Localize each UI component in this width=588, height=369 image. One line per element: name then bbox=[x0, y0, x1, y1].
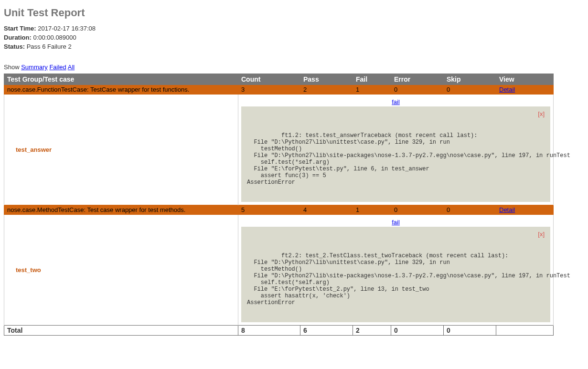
group-skip: 0 bbox=[444, 85, 496, 95]
traceback-text: ft1.2: test.test_answerTraceback (most r… bbox=[247, 132, 570, 186]
meta-status: Status: Pass 6 Failure 2 bbox=[4, 43, 584, 50]
group-pass: 2 bbox=[300, 85, 353, 95]
traceback-text: ft2.2: test_2.TestClass.test_twoTracebac… bbox=[247, 253, 570, 306]
case-fail-link[interactable]: fail bbox=[392, 219, 400, 226]
total-skip: 0 bbox=[444, 326, 496, 336]
total-count: 8 bbox=[238, 326, 300, 336]
header-name: Test Group/Test case bbox=[4, 74, 238, 85]
total-fail: 2 bbox=[353, 326, 391, 336]
group-skip: 0 bbox=[444, 205, 496, 215]
case-name: test_answer bbox=[4, 95, 238, 205]
group-fail: 1 bbox=[353, 205, 391, 215]
table-header-row: Test Group/Test case Count Pass Fail Err… bbox=[4, 74, 554, 85]
meta-start-time: Start Time: 2017-02-17 16:37:08 bbox=[4, 25, 584, 32]
group-detail-link[interactable]: Detail bbox=[499, 86, 515, 93]
page-title: Unit Test Report bbox=[4, 4, 584, 19]
case-fail-link[interactable]: fail bbox=[392, 98, 400, 105]
group-name: nose.case.MethodTestCase: Test case wrap… bbox=[4, 205, 238, 215]
header-count: Count bbox=[238, 74, 300, 85]
group-fail: 1 bbox=[353, 85, 391, 95]
traceback-panel: [x]ft1.2: test.test_answerTraceback (mos… bbox=[241, 106, 550, 202]
show-all-link[interactable]: All bbox=[68, 63, 75, 71]
show-prefix: Show bbox=[4, 63, 20, 71]
total-error: 0 bbox=[391, 326, 444, 336]
group-detail-link[interactable]: Detail bbox=[499, 206, 515, 213]
case-name: test_two bbox=[4, 215, 238, 326]
filter-row: Show Summary Failed All bbox=[4, 63, 584, 71]
group-error: 0 bbox=[391, 205, 444, 215]
total-pass: 6 bbox=[300, 326, 353, 336]
duration-value: 0:00:00.089000 bbox=[33, 34, 76, 41]
close-icon[interactable]: [x] bbox=[538, 110, 545, 117]
header-skip: Skip bbox=[444, 74, 496, 85]
meta-duration: Duration: 0:00:00.089000 bbox=[4, 34, 584, 41]
total-label: Total bbox=[4, 326, 238, 336]
duration-label: Duration: bbox=[4, 34, 32, 41]
case-row: test_two fail [x]ft2.2: test_2.TestClass… bbox=[4, 215, 554, 326]
report-table: Test Group/Test case Count Pass Fail Err… bbox=[4, 74, 554, 336]
header-pass: Pass bbox=[300, 74, 353, 85]
header-fail: Fail bbox=[353, 74, 391, 85]
status-value: Pass 6 Failure 2 bbox=[27, 43, 72, 50]
group-row: nose.case.MethodTestCase: Test case wrap… bbox=[4, 205, 554, 215]
start-time-label: Start Time: bbox=[4, 25, 36, 32]
group-error: 0 bbox=[391, 85, 444, 95]
group-count: 5 bbox=[238, 205, 300, 215]
traceback-panel: [x]ft2.2: test_2.TestClass.test_twoTrace… bbox=[241, 227, 550, 322]
total-view bbox=[496, 326, 554, 336]
group-name: nose.case.FunctionTestCase: TestCase wra… bbox=[4, 85, 238, 95]
header-error: Error bbox=[391, 74, 444, 85]
close-icon[interactable]: [x] bbox=[538, 231, 545, 238]
status-label: Status: bbox=[4, 43, 25, 50]
show-summary-link[interactable]: Summary bbox=[21, 63, 48, 71]
group-pass: 4 bbox=[300, 205, 353, 215]
header-view: View bbox=[496, 74, 554, 85]
group-row: nose.case.FunctionTestCase: TestCase wra… bbox=[4, 85, 554, 95]
case-row: test_answer fail [x]ft1.2: test.test_ans… bbox=[4, 95, 554, 205]
total-row: Total 8 6 2 0 0 bbox=[4, 326, 554, 336]
start-time-value: 2017-02-17 16:37:08 bbox=[38, 25, 96, 32]
group-count: 3 bbox=[238, 85, 300, 95]
show-failed-link[interactable]: Failed bbox=[49, 63, 66, 71]
